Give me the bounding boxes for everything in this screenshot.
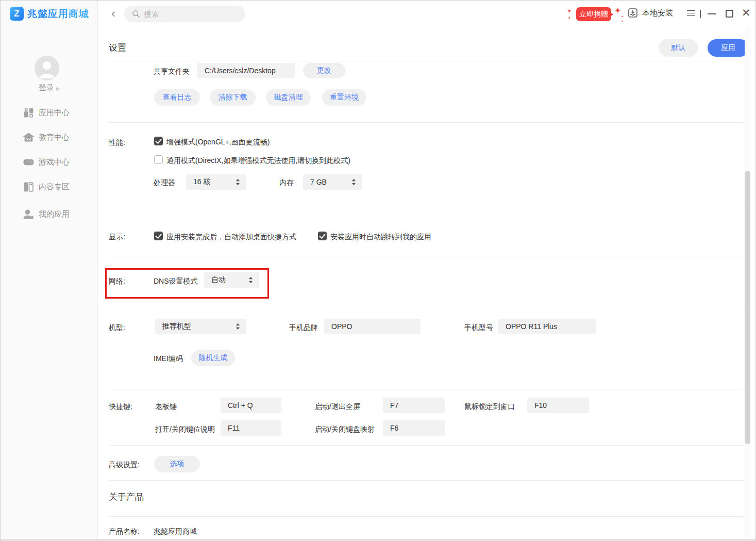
cpu-label: 处理器 bbox=[154, 178, 175, 188]
maximize-button[interactable] bbox=[726, 10, 733, 18]
back-button[interactable]: ‹ bbox=[111, 8, 122, 20]
about-section-title: 关于产品 bbox=[109, 491, 144, 503]
divider bbox=[109, 122, 750, 123]
fullscreen-key-input[interactable]: F7 bbox=[383, 398, 445, 413]
default-button[interactable]: 默认 bbox=[659, 39, 698, 57]
device-model-select-value: 推荐机型 bbox=[162, 322, 191, 331]
clear-downloads-button[interactable]: 清除下载 bbox=[210, 89, 256, 106]
sidebar-item-label: 教育中心 bbox=[39, 133, 70, 142]
divider bbox=[109, 480, 750, 481]
download-tray-icon bbox=[628, 8, 638, 18]
generic-mode-label: 通用模式(DirectX,如果增强模式无法使用,请切换到此模式) bbox=[166, 156, 350, 166]
sidebar: Z 兆懿应用商城 登录▶ 应用中心 教育 bbox=[1, 1, 98, 539]
sidebar-item-label: 游戏中心 bbox=[39, 157, 70, 167]
view-logs-button[interactable]: 查看日志 bbox=[154, 89, 200, 106]
shortcuts-section-label: 快捷键: bbox=[109, 402, 132, 412]
local-install-button[interactable]: 本地安装 bbox=[628, 8, 673, 18]
advanced-options-button[interactable]: 选项 bbox=[154, 456, 200, 472]
chevron-right-icon: ▶ bbox=[56, 86, 60, 91]
brand: Z 兆懿应用商城 bbox=[10, 7, 89, 21]
divider bbox=[109, 61, 750, 61]
close-button[interactable]: ✕ bbox=[742, 8, 751, 18]
sidebar-item-my-apps[interactable]: 我的应用 bbox=[23, 209, 70, 220]
minimize-button[interactable] bbox=[708, 13, 716, 14]
fullscreen-key-label: 启动/退出全屏 bbox=[315, 402, 360, 412]
phone-brand-label: 手机品牌 bbox=[289, 323, 318, 333]
keymap-help-key-input[interactable]: F11 bbox=[221, 420, 281, 436]
change-folder-button[interactable]: 更改 bbox=[303, 63, 345, 78]
jump-to-myapps-checkbox[interactable] bbox=[318, 232, 327, 240]
sidebar-item-app-center[interactable]: 应用中心 bbox=[23, 107, 70, 118]
sidebar-item-label: 内容专区 bbox=[39, 182, 70, 192]
titlebar-divider bbox=[700, 10, 701, 18]
menu-icon[interactable] bbox=[687, 8, 695, 18]
sidebar-item-education-center[interactable]: 教育中心 bbox=[23, 132, 70, 143]
login-label: 登录 bbox=[39, 83, 54, 92]
device-model-select[interactable]: 推荐机型 bbox=[155, 319, 246, 334]
reset-environment-button[interactable]: 重置环境 bbox=[322, 89, 366, 106]
search-input[interactable] bbox=[144, 10, 232, 18]
gamepad-icon bbox=[23, 157, 34, 168]
shared-folder-label: 共享文件夹 bbox=[154, 67, 190, 76]
divider bbox=[109, 305, 750, 305]
education-icon bbox=[23, 132, 34, 143]
local-install-label: 本地安装 bbox=[642, 8, 673, 18]
cpu-select[interactable]: 16 核 bbox=[186, 174, 246, 190]
enhanced-mode-checkbox[interactable] bbox=[154, 137, 163, 145]
sparkle-dot-icon: •• bbox=[621, 14, 623, 23]
title-bar: ‹ ✦ • 立即捐赠 ✦ •• 本地安装 bbox=[98, 1, 756, 27]
sparkle-left-icon: ✦ • bbox=[567, 8, 572, 21]
apply-button[interactable]: 应用 bbox=[708, 39, 749, 57]
spinner-icon bbox=[236, 323, 240, 330]
keymap-toggle-key-label: 启动/关闭键盘映射 bbox=[315, 425, 375, 434]
scrollbar-thumb[interactable] bbox=[745, 171, 750, 444]
divider bbox=[109, 445, 750, 446]
desktop-shortcut-checkbox[interactable] bbox=[154, 232, 163, 240]
sidebar-item-content-zone[interactable]: 内容专区 bbox=[23, 182, 70, 192]
shared-folder-value[interactable]: C:/Users/cslz/Desktop bbox=[197, 63, 295, 78]
cpu-value: 16 核 bbox=[193, 177, 210, 187]
search-box[interactable] bbox=[124, 6, 245, 22]
brand-logo-icon: Z bbox=[10, 7, 24, 21]
divider bbox=[109, 516, 750, 517]
imei-label: IMEI编码 bbox=[154, 354, 183, 364]
divider bbox=[109, 389, 750, 389]
my-apps-icon bbox=[23, 209, 34, 220]
annotation-highlight-box bbox=[105, 268, 269, 299]
sidebar-item-label: 应用中心 bbox=[39, 108, 70, 118]
advanced-section-label: 高级设置: bbox=[109, 461, 140, 470]
imei-random-button[interactable]: 随机生成 bbox=[191, 350, 235, 366]
sidebar-item-game-center[interactable]: 游戏中心 bbox=[23, 157, 70, 168]
apps-icon bbox=[23, 107, 34, 118]
donate-button[interactable]: 立即捐赠 bbox=[576, 7, 611, 21]
divider bbox=[109, 203, 750, 203]
main-area: ‹ ✦ • 立即捐赠 ✦ •• 本地安装 bbox=[98, 1, 756, 541]
phone-brand-input[interactable]: OPPO bbox=[324, 319, 421, 334]
page-title: 设置 bbox=[109, 42, 126, 54]
product-name-value: 兆懿应用商城 bbox=[154, 527, 197, 536]
user-avatar-icon bbox=[35, 56, 59, 80]
performance-section-label: 性能: bbox=[109, 138, 125, 147]
sparkle-right-icon: ✦ bbox=[614, 6, 621, 15]
divider bbox=[109, 257, 750, 257]
mouse-lock-key-input[interactable]: F10 bbox=[527, 398, 589, 413]
sidebar-item-label: 我的应用 bbox=[39, 209, 70, 219]
memory-select[interactable]: 7 GB bbox=[303, 174, 362, 190]
boss-key-label: 老板键 bbox=[155, 402, 177, 412]
generic-mode-checkbox[interactable] bbox=[154, 155, 163, 164]
phone-model-input[interactable]: OPPO R11 Plus bbox=[498, 319, 596, 334]
avatar[interactable] bbox=[35, 56, 59, 80]
content-icon bbox=[23, 182, 34, 192]
boss-key-input[interactable]: Ctrl + Q bbox=[221, 398, 281, 413]
login-link[interactable]: 登录▶ bbox=[1, 83, 98, 93]
enhanced-mode-label: 增强模式(OpenGL+,画面更流畅) bbox=[166, 138, 270, 147]
keymap-toggle-key-input[interactable]: F6 bbox=[383, 420, 445, 436]
phone-model-label: 手机型号 bbox=[464, 323, 493, 333]
desktop-shortcut-label: 应用安装完成后，自动添加桌面快捷方式 bbox=[166, 233, 296, 242]
app-window: Z 兆懿应用商城 登录▶ 应用中心 教育 bbox=[0, 0, 756, 541]
keymap-help-key-label: 打开/关闭键位说明 bbox=[155, 425, 215, 434]
spinner-icon bbox=[236, 178, 240, 186]
mouse-lock-key-label: 鼠标锁定到窗口 bbox=[464, 402, 515, 412]
disk-cleanup-button[interactable]: 磁盘清理 bbox=[266, 89, 311, 106]
memory-value: 7 GB bbox=[310, 178, 327, 186]
